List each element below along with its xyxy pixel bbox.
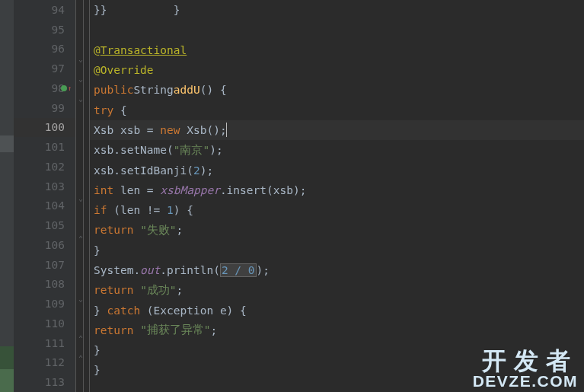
code-line: return "成功"; <box>90 280 584 300</box>
method-name: addU <box>174 84 200 96</box>
code-line <box>90 20 584 40</box>
fold-collapse-icon[interactable]: ⌄ <box>78 194 83 202</box>
line-number[interactable]: 97 <box>14 59 75 78</box>
code-line: xsb.setIdBanji(2); <box>90 160 584 180</box>
line-number[interactable]: 102 <box>14 157 75 177</box>
code-line: try { <box>90 100 584 120</box>
sidebar-marker-2 <box>0 369 14 392</box>
fold-line <box>83 0 84 392</box>
annotation: @ <box>94 44 101 56</box>
highlighted-expr: 2 / 0 <box>220 263 257 277</box>
watermark-en: DEVZE.COM <box>473 373 578 389</box>
line-number[interactable]: 99 <box>14 98 75 118</box>
line-number[interactable]: 110 <box>14 314 75 333</box>
line-number[interactable]: 106 <box>14 235 75 255</box>
line-number[interactable]: 103 <box>14 177 75 196</box>
code-line: } <box>90 241 584 260</box>
code-line: if (len != 1) { <box>90 200 584 220</box>
line-number[interactable]: 113 <box>14 372 75 392</box>
fold-collapse-icon[interactable]: ⌄ <box>78 94 83 103</box>
code-line: return "捕获了异常"; <box>90 320 584 340</box>
line-number[interactable]: 94 <box>14 0 75 20</box>
code-line: public String addU() { <box>90 80 584 100</box>
annotation-link[interactable]: Transactional <box>101 44 187 56</box>
code-line: }} } <box>90 0 584 20</box>
watermark: 开发者 DEVZE.COM <box>473 349 578 389</box>
sidebar-marker-1 <box>0 346 14 369</box>
code-line: @Transactional <box>90 40 584 60</box>
line-number[interactable]: 96 <box>14 40 75 59</box>
code-line: System.out.println(2 / 0); <box>90 260 584 280</box>
line-number[interactable]: 104 <box>14 196 75 216</box>
line-number[interactable]: 109 <box>14 294 75 314</box>
override-marker-icon[interactable] <box>61 85 67 91</box>
line-number[interactable]: 101 <box>14 137 75 157</box>
annotation: @Override <box>94 64 154 76</box>
fold-expand-icon[interactable]: ⌃ <box>78 354 83 362</box>
line-number-current[interactable]: 100 <box>14 118 75 138</box>
code-area[interactable]: }} } @Transactional @Override public Str… <box>90 0 584 392</box>
code-line-current: Xsb xsb = new Xsb(); <box>90 120 584 140</box>
line-number[interactable]: 107 <box>14 255 75 275</box>
code-line: } catch (Exception e) { <box>90 300 584 320</box>
fold-collapse-icon[interactable]: ⌄ <box>78 75 83 83</box>
line-number[interactable]: 95 <box>14 20 75 40</box>
fold-collapse-icon[interactable]: ⌄ <box>78 295 83 303</box>
fold-expand-icon[interactable]: ⌃ <box>78 234 83 243</box>
code-line: @Override <box>90 60 584 80</box>
line-number[interactable]: 111 <box>14 333 75 353</box>
code-line: xsb.setName("南京"); <box>90 140 584 160</box>
code-line: int len = xsbMapper.insert(xsb); <box>90 180 584 200</box>
line-number[interactable]: 112 <box>14 353 75 373</box>
code-editor[interactable]: 94 95 96 97 ↑ 98 99 100 101 102 103 104 … <box>0 0 584 392</box>
line-number[interactable]: ↑ 98 <box>14 78 75 98</box>
sidebar-tab[interactable] <box>0 135 14 152</box>
fold-gutter[interactable]: ⌄ ⌄ ⌄ ⌄ ⌃ ⌄ ⌃ ⌃ <box>76 0 90 392</box>
text-cursor <box>226 123 227 137</box>
line-number[interactable]: 105 <box>14 215 75 235</box>
code-line: return "失败"; <box>90 220 584 240</box>
tool-sidebar[interactable] <box>0 0 14 392</box>
fold-collapse-icon[interactable]: ⌄ <box>78 55 83 63</box>
up-arrow-icon: ↑ <box>68 84 72 92</box>
line-number[interactable]: 108 <box>14 275 75 295</box>
fold-expand-icon[interactable]: ⌃ <box>78 334 83 343</box>
watermark-cn: 开发者 <box>473 349 578 373</box>
line-number-gutter[interactable]: 94 95 96 97 ↑ 98 99 100 101 102 103 104 … <box>14 0 76 392</box>
